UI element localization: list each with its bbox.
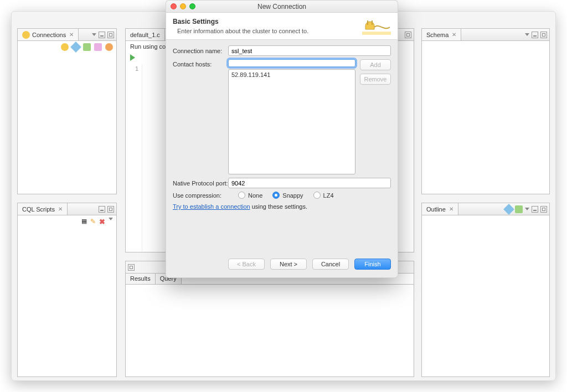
new-script-icon[interactable]: ▦ xyxy=(81,218,87,226)
editor-gutter: 1 xyxy=(126,64,142,252)
edit-icon[interactable]: ✎ xyxy=(90,218,96,226)
minimize-icon[interactable] xyxy=(532,206,538,213)
maximize-icon[interactable] xyxy=(540,32,547,38)
toolbar-icon[interactable] xyxy=(70,42,81,53)
window-zoom-icon[interactable] xyxy=(189,3,195,9)
test-connection-link[interactable]: Try to establish a connection xyxy=(173,203,250,210)
contact-hosts-input[interactable] xyxy=(228,59,355,67)
compression-lz4-radio[interactable]: LZ4 xyxy=(313,192,334,199)
radio-icon xyxy=(238,192,245,199)
toolbar-icon[interactable] xyxy=(83,43,91,51)
svg-rect-1 xyxy=(367,20,368,25)
add-host-button[interactable]: Add xyxy=(360,59,391,70)
window-close-icon[interactable] xyxy=(171,3,177,9)
dialog-header: Basic Settings Enter information about t… xyxy=(166,13,398,40)
editor-tab[interactable]: default_1.c xyxy=(126,29,165,40)
schema-tab[interactable]: Schema ✕ xyxy=(422,29,461,40)
svg-rect-2 xyxy=(372,20,373,25)
plug-icon xyxy=(362,17,391,35)
connections-toolbar xyxy=(18,41,116,53)
close-icon[interactable]: ✕ xyxy=(58,206,63,212)
svg-rect-0 xyxy=(362,32,391,35)
minimize-icon[interactable] xyxy=(532,32,538,38)
connection-name-label: Connection name: xyxy=(173,48,228,54)
menu-icon[interactable] xyxy=(525,208,529,210)
toolbar-icon[interactable] xyxy=(94,43,102,51)
connections-icon xyxy=(22,31,30,39)
host-item[interactable]: 52.89.119.141 xyxy=(231,71,352,78)
outline-tab[interactable]: Outline ✕ xyxy=(422,203,458,215)
connections-tab-label: Connections xyxy=(32,32,66,38)
maximize-icon[interactable] xyxy=(540,206,547,213)
dialog-title: New Connection xyxy=(166,3,398,11)
native-port-label: Native Protocol port: xyxy=(173,180,228,187)
compression-none-radio[interactable]: None xyxy=(238,192,262,199)
cqlscripts-tab[interactable]: CQL Scripts ✕ xyxy=(18,203,68,215)
compression-snappy-radio[interactable]: Snappy xyxy=(272,192,303,199)
maximize-icon[interactable] xyxy=(128,264,135,271)
schema-panel: Schema ✕ xyxy=(421,28,550,194)
toolbar-icon[interactable] xyxy=(503,204,514,215)
test-connection-line: Try to establish a connection using thes… xyxy=(173,203,391,210)
dialog-subheading: Enter information about the cluster to c… xyxy=(173,28,362,34)
connection-name-input[interactable] xyxy=(228,45,391,56)
minimize-icon[interactable] xyxy=(99,32,105,38)
maximize-icon[interactable] xyxy=(107,32,114,38)
connections-tab[interactable]: Connections ✕ xyxy=(18,29,79,40)
finish-button[interactable]: Finish xyxy=(354,259,391,270)
close-icon[interactable]: ✕ xyxy=(449,206,453,212)
contact-hosts-list[interactable]: 52.89.119.141 xyxy=(228,69,355,174)
maximize-icon[interactable] xyxy=(107,206,114,213)
cancel-button[interactable]: Cancel xyxy=(312,259,349,270)
results-panel: Results Query xyxy=(125,261,414,377)
menu-icon[interactable] xyxy=(525,33,529,36)
cqlscripts-tab-label: CQL Scripts xyxy=(22,206,55,213)
editor-tab-label: default_1.c xyxy=(130,32,160,38)
results-tab[interactable]: Results xyxy=(126,274,156,284)
close-icon[interactable]: ✕ xyxy=(69,32,74,38)
dialog-footer: < Back Next > Cancel Finish xyxy=(166,253,398,277)
toolbar-icon[interactable] xyxy=(61,43,69,51)
outline-panel: Outline ✕ xyxy=(421,203,550,377)
back-button[interactable]: < Back xyxy=(228,259,265,270)
maximize-icon[interactable] xyxy=(405,32,411,38)
toolbar-icon[interactable] xyxy=(105,43,113,51)
connections-panel: Connections ✕ xyxy=(17,28,117,194)
minimize-icon[interactable] xyxy=(99,206,105,213)
next-button[interactable]: Next > xyxy=(270,259,307,270)
menu-icon[interactable] xyxy=(92,33,96,36)
toolbar-icon[interactable] xyxy=(515,205,523,213)
new-connection-dialog: New Connection Basic Settings Enter info… xyxy=(166,0,398,278)
close-icon[interactable]: ✕ xyxy=(452,32,456,38)
remove-host-button[interactable]: Remove xyxy=(360,74,391,85)
dialog-titlebar[interactable]: New Connection xyxy=(166,1,398,13)
dialog-heading: Basic Settings xyxy=(173,18,362,25)
radio-icon xyxy=(272,192,280,199)
window-minimize-icon[interactable] xyxy=(180,3,186,9)
compression-label: Use compression: xyxy=(173,192,228,199)
delete-icon[interactable]: ✖ xyxy=(99,218,105,226)
native-port-input[interactable] xyxy=(228,178,391,188)
radio-icon xyxy=(313,192,321,199)
cqlscripts-panel: CQL Scripts ✕ ▦ ✎ ✖ xyxy=(17,203,117,377)
outline-tab-label: Outline xyxy=(426,206,446,213)
contact-hosts-label: Contact hosts: xyxy=(173,59,228,68)
schema-tab-label: Schema xyxy=(426,32,449,38)
menu-icon[interactable] xyxy=(109,218,113,220)
play-icon[interactable] xyxy=(130,54,135,61)
